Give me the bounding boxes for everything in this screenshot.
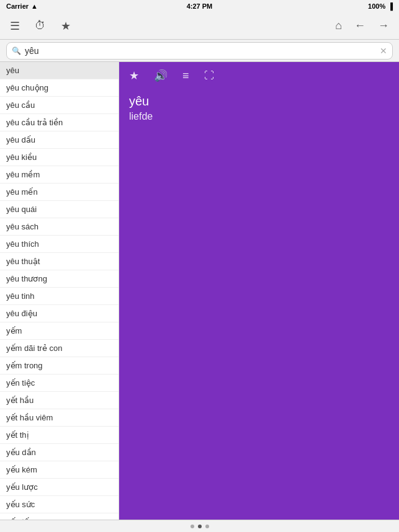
word-list-item[interactable]: yếm trong (0, 357, 119, 375)
back-button[interactable]: ← (352, 17, 368, 35)
history-button[interactable]: ⏱ (32, 17, 48, 35)
wifi-icon: ▲ (31, 2, 38, 10)
word-list-item[interactable]: yêu thương (0, 270, 119, 288)
word-list-item[interactable]: yếu tố (0, 513, 119, 520)
history-icon: ⏱ (35, 19, 46, 32)
word-list-item[interactable]: yêu quái (0, 201, 119, 218)
word-list-item[interactable]: yến tiệc (0, 375, 119, 392)
carrier-label: Carrier (6, 2, 29, 10)
battery-icon: ▐ (388, 2, 393, 10)
star-icon: ★ (61, 19, 71, 33)
clear-search-button[interactable]: ✕ (380, 47, 387, 55)
search-bar: 🔍 ✕ (0, 40, 399, 62)
word-list-item[interactable]: yêu mến (0, 184, 119, 201)
word-list-item[interactable]: yêu chuộng (0, 79, 119, 97)
word-list-item[interactable]: yêu kiều (0, 149, 119, 166)
search-icon: 🔍 (12, 47, 21, 55)
menu-button[interactable]: ☰ (7, 17, 22, 35)
search-input[interactable] (25, 46, 376, 56)
word-list-item[interactable]: yếu sức (0, 496, 119, 513)
word-list-item[interactable]: yết thị (0, 427, 119, 444)
status-time: 4:27 PM (187, 2, 213, 10)
bottom-pager (0, 520, 399, 532)
word-list-item[interactable]: yêu dấu (0, 131, 119, 149)
word-list-item[interactable]: yêu thuật (0, 253, 119, 270)
word-list-item[interactable]: yết hầu viêm (0, 409, 119, 427)
detail-toolbar: ★ 🔊 ≡ ⛶ (119, 62, 399, 89)
detail-word: yêu (129, 94, 389, 109)
word-list-item[interactable]: yếm (0, 322, 119, 340)
pager-dot (205, 525, 209, 528)
word-list-item[interactable]: yết hầu (0, 392, 119, 409)
battery-label: 100% (368, 2, 385, 10)
word-list-item[interactable]: yêu tinh (0, 288, 119, 305)
main-toolbar: ☰ ⏱ ★ ⌂ ← → (0, 12, 399, 40)
word-list-item[interactable]: yếm dãi trẻ con (0, 340, 119, 357)
word-list-item[interactable]: yêu sách (0, 218, 119, 236)
pager-dot (198, 525, 202, 528)
detail-translation: liefde (129, 111, 389, 122)
word-list-item[interactable]: yêu thích (0, 236, 119, 253)
word-list-item[interactable]: yêu mềm (0, 166, 119, 184)
forward-icon: → (378, 19, 389, 32)
word-list-item[interactable]: yếu lược (0, 479, 119, 496)
menu-icon: ☰ (10, 19, 20, 33)
detail-speaker-button[interactable]: 🔊 (151, 66, 170, 85)
favorites-button[interactable]: ★ (58, 17, 73, 35)
detail-expand-button[interactable]: ⛶ (202, 68, 217, 84)
detail-list-icon: ≡ (182, 69, 189, 82)
detail-panel: ★ 🔊 ≡ ⛶ yêu liefde (119, 62, 399, 520)
word-list-item[interactable]: yêu (0, 62, 119, 79)
home-button[interactable]: ⌂ (333, 17, 344, 35)
back-icon: ← (354, 19, 365, 32)
word-list-item[interactable]: yêu cầu (0, 97, 119, 114)
home-icon: ⌂ (335, 19, 342, 32)
detail-expand-icon: ⛶ (204, 70, 214, 81)
pager-dot (191, 525, 194, 528)
word-list-item[interactable]: yếu dần (0, 444, 119, 461)
forward-button[interactable]: → (375, 17, 392, 35)
word-list-item[interactable]: yêu cầu trả tiền (0, 114, 119, 131)
main-content: yêuyêu chuộngyêu cầuyêu cầu trả tiềnyêu … (0, 62, 399, 520)
detail-star-icon: ★ (129, 69, 139, 82)
detail-content: yêu liefde (119, 89, 399, 127)
word-list-item[interactable]: yếu kém (0, 461, 119, 479)
detail-favorite-button[interactable]: ★ (127, 66, 141, 85)
word-list: yêuyêu chuộngyêu cầuyêu cầu trả tiềnyêu … (0, 62, 119, 520)
status-bar: Carrier ▲ 4:27 PM 100% ▐ (0, 0, 399, 12)
detail-list-button[interactable]: ≡ (180, 67, 192, 85)
word-list-item[interactable]: yêu điệu (0, 305, 119, 322)
detail-speaker-icon: 🔊 (154, 69, 168, 82)
